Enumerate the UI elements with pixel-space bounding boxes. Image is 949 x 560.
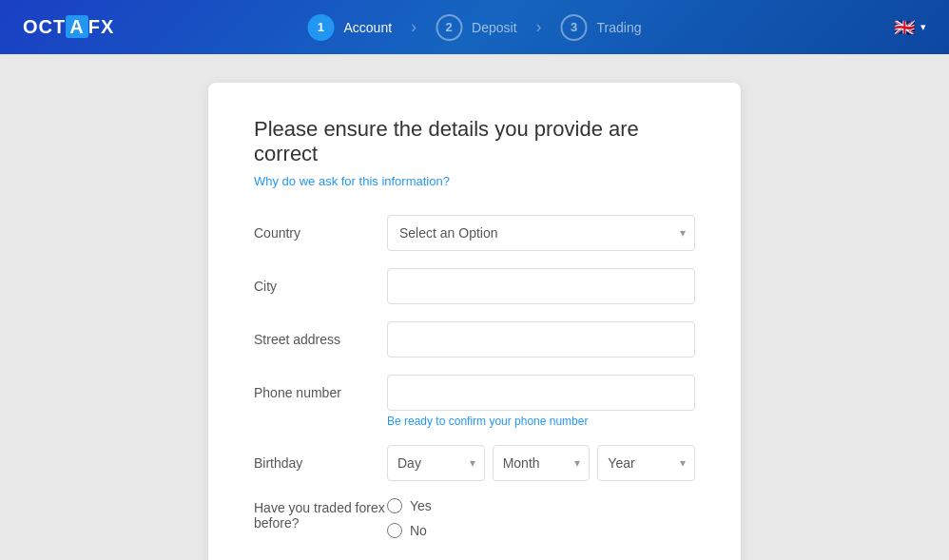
logo: OCTAFX — [23, 16, 114, 38]
step-2-circle: 2 — [436, 14, 462, 41]
city-row: City — [254, 268, 695, 304]
birthday-label: Birthday — [254, 455, 387, 471]
phone-hint: Be ready to confirm your phone number — [254, 415, 588, 428]
birthday-month-select[interactable]: Month — [493, 445, 591, 481]
no-radio[interactable] — [387, 523, 402, 538]
street-input[interactable] — [387, 321, 695, 357]
logo-text: OCTAFX — [23, 16, 114, 38]
birthday-selects: Day ▾ Month ▾ Year ▾ — [387, 445, 695, 481]
radio-options: Yes No — [387, 498, 432, 538]
subtitle-text: Why do we ask for this information? — [254, 174, 450, 188]
flag-icon: 🇬🇧 — [894, 17, 915, 38]
step-1[interactable]: 1 Account — [292, 14, 407, 41]
country-row: Country Select an Option ▾ — [254, 215, 695, 251]
step-1-label: Account — [343, 20, 392, 35]
traded-label: Have you traded forex before? — [254, 498, 387, 531]
step-2-label: Deposit — [472, 20, 516, 35]
traded-row: Have you traded forex before? Yes No — [254, 498, 695, 538]
lang-chevron-down-icon: ▾ — [920, 21, 926, 33]
street-row: Street address — [254, 321, 695, 357]
card-subtitle[interactable]: Why do we ask for this information? — [254, 174, 695, 188]
phone-row: Phone number Be ready to confirm your ph… — [254, 375, 695, 428]
step-1-circle: 1 — [307, 14, 334, 41]
city-input[interactable] — [387, 268, 695, 304]
yes-radio[interactable] — [387, 498, 402, 513]
yes-option[interactable]: Yes — [387, 498, 432, 513]
birthday-year-select[interactable]: Year — [597, 445, 695, 481]
step-arrow-1: › — [411, 17, 416, 37]
phone-input[interactable] — [387, 375, 695, 411]
birthday-day-select[interactable]: Day — [387, 445, 485, 481]
step-2[interactable]: 2 Deposit — [420, 14, 532, 41]
month-select-wrapper: Month ▾ — [493, 445, 591, 481]
day-select-wrapper: Day ▾ — [387, 445, 485, 481]
card-title: Please ensure the details you provide ar… — [254, 117, 695, 166]
no-label: No — [410, 523, 427, 538]
steps-nav: 1 Account › 2 Deposit › 3 Trading — [292, 14, 656, 41]
step-3-label: Trading — [597, 20, 642, 35]
step-arrow-2: › — [536, 17, 542, 37]
phone-row-inner: Phone number — [254, 375, 695, 411]
street-label: Street address — [254, 332, 387, 347]
country-label: Country — [254, 225, 387, 241]
phone-label: Phone number — [254, 385, 387, 400]
form-card: Please ensure the details you provide ar… — [208, 83, 741, 560]
birthday-row: Birthday Day ▾ Month ▾ Year — [254, 445, 695, 481]
step-3-circle: 3 — [561, 14, 588, 41]
step-3[interactable]: 3 Trading — [546, 14, 657, 41]
country-select[interactable]: Select an Option — [387, 215, 695, 251]
city-label: City — [254, 279, 387, 294]
yes-label: Yes — [410, 498, 432, 513]
country-select-wrapper: Select an Option ▾ — [387, 215, 695, 251]
language-selector[interactable]: 🇬🇧 ▾ — [894, 17, 926, 38]
no-option[interactable]: No — [387, 523, 432, 538]
header: OCTAFX 1 Account › 2 Deposit › 3 Trading… — [0, 0, 949, 54]
year-select-wrapper: Year ▾ — [597, 445, 695, 481]
main-content: Please ensure the details you provide ar… — [0, 54, 949, 560]
